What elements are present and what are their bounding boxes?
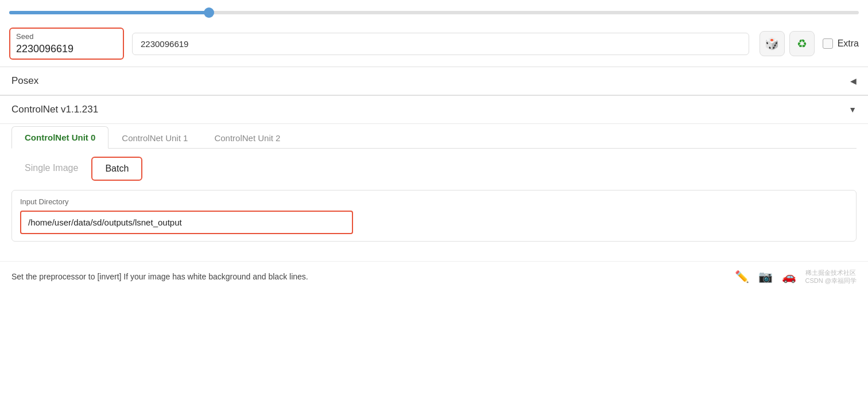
tab-controlnet-unit-2[interactable]: ControlNet Unit 2 <box>201 127 293 149</box>
slider-thumb[interactable] <box>204 7 214 18</box>
controlnet-header[interactable]: ControlNet v1.1.231 ▼ <box>0 96 868 123</box>
input-dir-label: Input Directory <box>20 197 848 206</box>
seed-box: Seed 2230096619 <box>9 28 124 60</box>
controlnet-expand-arrow: ▼ <box>848 105 857 114</box>
slider-track-container[interactable] <box>9 7 859 18</box>
camera-icon: 📷 <box>758 270 773 283</box>
posex-title: Posex <box>11 75 38 87</box>
tab-single-image[interactable]: Single Image <box>11 157 91 181</box>
posex-section[interactable]: Posex ◀ <box>0 67 868 95</box>
posex-collapse-arrow: ◀ <box>850 76 857 85</box>
extra-checkbox[interactable] <box>823 38 833 49</box>
slider-section <box>0 0 868 23</box>
hint-text: Set the preprocessor to [invert] If your… <box>11 272 735 281</box>
tab-controlnet-unit-0[interactable]: ControlNet Unit 0 <box>11 126 108 149</box>
seed-section: Seed 2230096619 2230096619 🎲 ♻ Extra <box>0 23 868 67</box>
controlnet-title: ControlNet v1.1.231 <box>11 104 98 115</box>
edit-icon: ✏️ <box>735 270 749 283</box>
slider-track <box>9 11 859 14</box>
car-icon: 🚗 <box>782 270 796 283</box>
controlnet-inner: ControlNet Unit 0 ControlNet Unit 1 Cont… <box>0 123 868 261</box>
slider-fill <box>9 11 213 14</box>
input-dir-field[interactable] <box>20 211 353 234</box>
tab-controlnet-unit-1[interactable]: ControlNet Unit 1 <box>108 127 201 149</box>
extra-container: Extra <box>823 38 859 49</box>
recycle-icon: ♻ <box>797 37 807 50</box>
hint-section: Set the preprocessor to [invert] If your… <box>0 261 868 292</box>
tab-batch[interactable]: Batch <box>91 157 142 181</box>
seed-label: Seed <box>16 32 117 41</box>
extra-label: Extra <box>838 38 859 49</box>
hint-icons: ✏️ 📷 🚗 稀土掘金技术社区CSDN @幸福同学 <box>735 269 857 285</box>
watermark-text: 稀土掘金技术社区CSDN @幸福同学 <box>805 269 857 285</box>
input-dir-section: Input Directory <box>11 190 857 242</box>
seed-buttons: 🎲 ♻ <box>760 31 815 56</box>
mode-tabs: Single Image Batch <box>11 157 857 181</box>
dice-icon: 🎲 <box>765 37 779 50</box>
unit-tabs: ControlNet Unit 0 ControlNet Unit 1 Cont… <box>11 124 857 149</box>
seed-input[interactable]: 2230096619 <box>132 33 749 55</box>
seed-value: 2230096619 <box>16 43 117 55</box>
recycle-button[interactable]: ♻ <box>789 31 815 56</box>
dice-button[interactable]: 🎲 <box>760 31 785 56</box>
controlnet-section: ControlNet v1.1.231 ▼ ControlNet Unit 0 … <box>0 95 868 292</box>
